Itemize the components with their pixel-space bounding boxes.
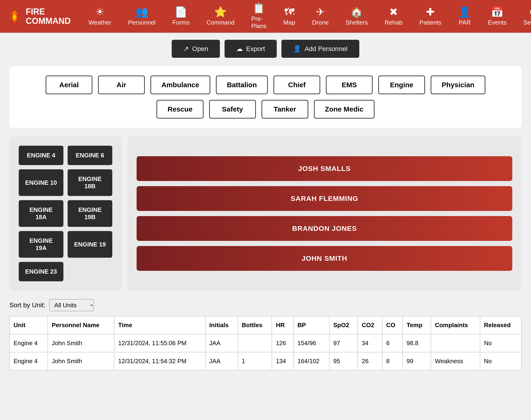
personnel-btn-sarah-flemming[interactable]: SARAH FLEMMING bbox=[137, 186, 512, 211]
unit-btn-engine-19b[interactable]: ENGINE 19B bbox=[68, 200, 112, 227]
cell-0-10: 98.8 bbox=[403, 334, 431, 352]
nav-item-par[interactable]: 👤 PAR bbox=[450, 4, 480, 29]
col-header-released: Released bbox=[480, 316, 521, 334]
nav-item-personnel[interactable]: 👥 Personnel bbox=[120, 4, 164, 29]
filter-btn-physician[interactable]: Physician bbox=[431, 75, 485, 94]
weather-label: Weather bbox=[89, 19, 111, 26]
filter-row-1: AerialAirAmbulanceBattalionChiefEMSEngin… bbox=[19, 75, 512, 94]
filter-btn-rescue[interactable]: Rescue bbox=[156, 100, 203, 119]
unit-btn-engine-4[interactable]: ENGINE 4 bbox=[19, 146, 63, 165]
units-grid: ENGINE 4ENGINE 6ENGINE 10ENGINE 18BENGIN… bbox=[19, 146, 112, 281]
session-label: Session bbox=[523, 19, 531, 26]
cell-1-12: No bbox=[480, 352, 521, 370]
personnel-btn-john-smith[interactable]: JOHN SMITH bbox=[137, 246, 512, 271]
filter-btn-engine[interactable]: Engine bbox=[378, 75, 425, 94]
open-icon: ↗ bbox=[183, 45, 189, 53]
shelters-icon: 🏠 bbox=[350, 7, 363, 17]
col-header-co: CO bbox=[382, 316, 403, 334]
cell-0-6: 154/96 bbox=[294, 334, 329, 352]
table-header: UnitPersonnel NameTimeInitialsBottlesHRB… bbox=[10, 316, 521, 334]
col-header-bottles: Bottles bbox=[238, 316, 272, 334]
pre-plans-icon: 📋 bbox=[252, 3, 265, 13]
unit-btn-engine-23[interactable]: ENGINE 23 bbox=[19, 262, 63, 281]
par-label: PAR bbox=[459, 19, 471, 26]
drone-icon: ✈ bbox=[316, 7, 325, 17]
unit-btn-engine-19[interactable]: ENGINE 19 bbox=[68, 231, 112, 258]
pre-plans-label: Pre-Plans bbox=[251, 15, 266, 30]
units-panel: ENGINE 4ENGINE 6ENGINE 10ENGINE 18BENGIN… bbox=[9, 136, 122, 291]
command-icon: ⭐ bbox=[214, 7, 227, 17]
nav-item-drone[interactable]: ✈ Drone bbox=[304, 4, 337, 29]
cell-0-9: 6 bbox=[382, 334, 403, 352]
personnel-btn-josh-smalls[interactable]: JOSH SMALLS bbox=[137, 156, 512, 181]
sort-select[interactable]: All UnitsEngine 4Engine 6Engine 10Engine… bbox=[49, 299, 94, 311]
unit-btn-engine-6[interactable]: ENGINE 6 bbox=[68, 146, 112, 165]
cell-1-5: 134 bbox=[272, 352, 293, 370]
nav-item-shelters[interactable]: 🏠 Shelters bbox=[337, 4, 376, 29]
open-button[interactable]: ↗ Open bbox=[172, 40, 220, 58]
personnel-icon: 👥 bbox=[136, 7, 148, 17]
drone-label: Drone bbox=[312, 19, 329, 26]
nav-item-patients[interactable]: ✚ Patients bbox=[411, 4, 450, 29]
personnel-btn-brandon-jones[interactable]: BRANDON JONES bbox=[137, 216, 512, 241]
unit-btn-engine-10[interactable]: ENGINE 10 bbox=[19, 169, 63, 196]
export-button[interactable]: ☁ Export bbox=[225, 40, 277, 58]
session-icon: ⏱ bbox=[529, 7, 531, 17]
filter-btn-tanker[interactable]: Tanker bbox=[261, 100, 308, 119]
brand-logo[interactable]: FIRE COMMAND bbox=[7, 7, 71, 26]
nav-item-command[interactable]: ⭐ Command bbox=[198, 4, 243, 29]
unit-btn-engine-18b[interactable]: ENGINE 18B bbox=[68, 169, 112, 196]
middle-section: ENGINE 4ENGINE 6ENGINE 10ENGINE 18BENGIN… bbox=[9, 136, 522, 291]
table-body: Engine 4John Smith12/31/2024, 11:55:06 P… bbox=[10, 334, 521, 370]
filter-section: AerialAirAmbulanceBattalionChiefEMSEngin… bbox=[9, 66, 522, 128]
unit-btn-engine-19a[interactable]: ENGINE 19A bbox=[19, 231, 63, 258]
table-row: Engine 4John Smith12/31/2024, 11:55:06 P… bbox=[10, 334, 521, 352]
filter-btn-air[interactable]: Air bbox=[98, 75, 145, 94]
events-label: Events bbox=[488, 19, 507, 26]
col-header-personnel-name: Personnel Name bbox=[48, 316, 114, 334]
filter-btn-ambulance[interactable]: Ambulance bbox=[151, 75, 210, 94]
col-header-time: Time bbox=[114, 316, 205, 334]
nav-item-rehab[interactable]: ✖ Rehab bbox=[376, 4, 411, 29]
par-icon: 👤 bbox=[458, 7, 471, 17]
navbar: FIRE COMMAND ☀ Weather 👥 Personnel 📄 For… bbox=[0, 0, 531, 33]
sort-row: Sort by Unit: All UnitsEngine 4Engine 6E… bbox=[9, 299, 522, 311]
cell-0-8: 34 bbox=[358, 334, 382, 352]
cell-1-1: John Smith bbox=[48, 352, 114, 370]
cell-0-0: Engine 4 bbox=[10, 334, 48, 352]
personnel-panel: JOSH SMALLSSARAH FLEMMINGBRANDON JONESJO… bbox=[127, 136, 522, 291]
cell-1-2: 12/31/2024, 11:54:32 PM bbox=[114, 352, 205, 370]
brand-text: FIRE COMMAND bbox=[26, 7, 71, 26]
nav-item-map[interactable]: 🗺 Map bbox=[275, 4, 304, 29]
rehab-label: Rehab bbox=[385, 19, 403, 26]
map-icon: 🗺 bbox=[284, 7, 294, 17]
header-row: UnitPersonnel NameTimeInitialsBottlesHRB… bbox=[10, 316, 521, 334]
nav-item-session[interactable]: ⏱ Session bbox=[515, 4, 531, 29]
cell-1-10: 99 bbox=[403, 352, 431, 370]
cell-0-2: 12/31/2024, 11:55:06 PM bbox=[114, 334, 205, 352]
unit-btn-engine-18a[interactable]: ENGINE 18A bbox=[19, 200, 63, 227]
filter-btn-aerial[interactable]: Aerial bbox=[46, 75, 92, 94]
filter-btn-ems[interactable]: EMS bbox=[326, 75, 373, 94]
command-label: Command bbox=[207, 19, 235, 26]
nav-item-forms[interactable]: 📄 Forms bbox=[164, 4, 198, 29]
filter-btn-zone-medic[interactable]: Zone Medic bbox=[314, 100, 375, 119]
cell-0-12: No bbox=[480, 334, 521, 352]
nav-item-events[interactable]: 📅 Events bbox=[480, 4, 515, 29]
filter-btn-battalion[interactable]: Battalion bbox=[216, 75, 268, 94]
weather-icon: ☀ bbox=[95, 7, 104, 17]
nav-item-pre-plans[interactable]: 📋 Pre-Plans bbox=[243, 1, 275, 32]
filter-row-2: RescueSafetyTankerZone Medic bbox=[19, 100, 512, 119]
add-person-icon: 👤 bbox=[293, 45, 301, 53]
forms-label: Forms bbox=[172, 19, 190, 26]
cell-0-3: JAA bbox=[205, 334, 238, 352]
toolbar: ↗ Open ☁ Export 👤 Add Personnel bbox=[9, 40, 522, 58]
col-header-temp: Temp bbox=[403, 316, 431, 334]
map-label: Map bbox=[284, 19, 295, 26]
filter-btn-safety[interactable]: Safety bbox=[209, 100, 256, 119]
cell-1-4: 1 bbox=[238, 352, 272, 370]
filter-btn-chief[interactable]: Chief bbox=[273, 75, 320, 94]
add-personnel-button[interactable]: 👤 Add Personnel bbox=[281, 40, 359, 58]
nav-item-weather[interactable]: ☀ Weather bbox=[80, 4, 120, 29]
patients-icon: ✚ bbox=[426, 7, 435, 17]
